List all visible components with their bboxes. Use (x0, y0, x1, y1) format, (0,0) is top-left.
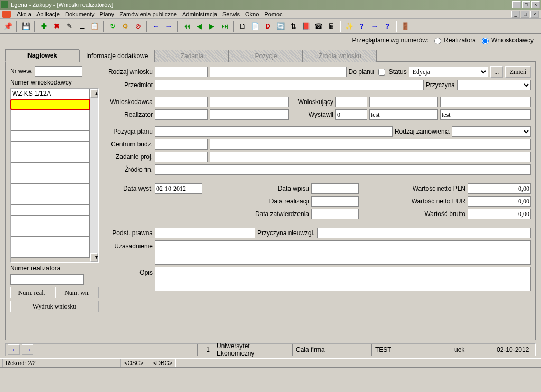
radio-wnioskodawcy[interactable]: Wnioskodawcy (479, 36, 534, 44)
mdi-minimize-button[interactable]: _ (511, 11, 520, 18)
mdi-maximize-button[interactable]: □ (521, 11, 529, 18)
menu-zamowienia[interactable]: Zamówienia publiczne (119, 11, 177, 17)
tab-informacje[interactable]: Informacje dodatkowe (79, 50, 155, 62)
rodzaj-zam-select[interactable] (452, 126, 531, 137)
opis-input[interactable] (155, 267, 531, 291)
add-icon[interactable]: ✚ (38, 21, 50, 32)
data-wyst-input[interactable] (155, 183, 202, 194)
realizator-input2[interactable] (210, 109, 289, 120)
menu-dokumenty[interactable]: Dokumenty (65, 11, 95, 17)
list-scrollbar[interactable]: ▲ ▼ (90, 89, 98, 262)
realizator-input1[interactable] (155, 109, 208, 120)
przyczyna-select[interactable] (457, 80, 531, 90)
podst-prawna-input[interactable] (155, 228, 255, 238)
centrum-input1[interactable] (155, 139, 208, 150)
menu-serwis[interactable]: Serwis (222, 11, 240, 17)
tab-zrodla[interactable]: Źródła wniosku (303, 50, 377, 62)
wydruk-wniosku-button[interactable]: Wydruk wniosku (10, 301, 99, 312)
wart-netto-pln-input[interactable] (468, 183, 531, 194)
tool2-icon[interactable]: 📄 (249, 21, 261, 32)
zmien-button[interactable]: Zmień (505, 66, 531, 78)
sync-icon[interactable]: 🔄 (275, 21, 286, 32)
list-item[interactable] (11, 142, 90, 152)
num-wn-button[interactable]: Num. wn. (55, 287, 99, 298)
list-item[interactable] (11, 173, 90, 184)
data-realiz-input[interactable] (311, 196, 359, 207)
wart-brutto-input[interactable] (468, 209, 531, 219)
list-item[interactable] (11, 152, 90, 163)
help2-icon[interactable]: ? (381, 21, 393, 32)
menu-akcja[interactable]: Akcja (17, 11, 31, 17)
wnioskujacy-input2[interactable] (369, 97, 438, 107)
pozycja-planu-input[interactable] (155, 126, 393, 137)
wystawil-input1[interactable] (335, 109, 367, 120)
save-icon[interactable]: 💾 (20, 21, 32, 32)
sort-icon[interactable]: ⇅ (287, 21, 299, 32)
filter-icon[interactable]: ⚙ (119, 21, 131, 32)
data-zatw-input[interactable] (311, 209, 359, 219)
book-icon[interactable]: 📕 (300, 21, 312, 32)
copy-icon[interactable]: 📋 (89, 21, 100, 32)
tool-d-icon[interactable]: D (262, 21, 274, 32)
uzasadnienie-input[interactable] (155, 240, 531, 265)
list-item[interactable] (11, 184, 90, 194)
cancel-filter-icon[interactable]: ⊘ (132, 21, 144, 32)
scroll-up-icon[interactable]: ▲ (90, 89, 98, 98)
delete-icon[interactable]: ✖ (51, 21, 62, 32)
przedmiot-input[interactable] (155, 80, 424, 90)
rodzaj-wniosku-input2[interactable] (210, 67, 347, 77)
status-dots-button[interactable]: ... (490, 66, 503, 78)
help-icon[interactable]: ? (356, 21, 368, 32)
list-item[interactable] (11, 194, 90, 205)
centrum-input2[interactable] (210, 139, 531, 150)
forward-icon[interactable]: ▶ (206, 21, 218, 32)
list-item[interactable] (11, 120, 90, 131)
first-icon[interactable]: ⏮ (181, 21, 192, 32)
menu-pomoc[interactable]: Pomoc (264, 11, 282, 17)
zadanie-input1[interactable] (155, 152, 208, 162)
zrodlo-input[interactable] (155, 164, 531, 175)
rodzaj-wniosku-input[interactable] (155, 67, 208, 77)
przyczyna-nieuw-input[interactable] (317, 228, 531, 238)
wart-netto-eur-input[interactable] (468, 196, 531, 207)
refresh-icon[interactable]: ↻ (107, 21, 118, 32)
menu-okno[interactable]: Okno (245, 11, 259, 17)
menu-administracja[interactable]: Administracja (182, 11, 217, 17)
status-select[interactable]: Edycja (409, 67, 488, 77)
list-item[interactable] (11, 226, 90, 237)
status-next-button[interactable]: → (22, 344, 33, 355)
wystawil-input2[interactable] (369, 109, 438, 120)
zadanie-input2[interactable] (210, 152, 531, 162)
numer-realizatora-input[interactable] (10, 274, 84, 285)
menu-plany[interactable]: Plany (100, 11, 115, 17)
wnioskodawcy-list[interactable]: WZ-KS 1/12A (10, 88, 99, 263)
list-item[interactable] (11, 205, 90, 216)
wnioskujacy-input3[interactable] (440, 97, 531, 107)
tool1-icon[interactable]: 🗋 (237, 21, 248, 32)
data-wpisu-input[interactable] (311, 183, 359, 194)
status-prev-button[interactable]: ← (8, 344, 20, 355)
last-icon[interactable]: ⏭ (219, 21, 230, 32)
list-item[interactable] (11, 110, 90, 120)
wnioskujacy-input1[interactable] (335, 97, 367, 107)
minimize-button[interactable]: _ (512, 1, 521, 8)
list-item[interactable] (11, 131, 90, 142)
magic-icon[interactable]: ✨ (343, 21, 355, 32)
num-real-button[interactable]: Num. real. (10, 287, 53, 298)
tab-zadania[interactable]: Zadania (155, 50, 229, 62)
list-item[interactable]: WZ-KS 1/12A (11, 89, 90, 99)
prev-icon[interactable]: ← (150, 21, 162, 32)
radio-realizatora[interactable]: Realizatora (432, 36, 476, 44)
exit-icon[interactable]: 🚪 (399, 21, 411, 32)
pin-icon[interactable]: 📌 (2, 21, 14, 32)
menu-aplikacje[interactable]: Aplikacje (36, 11, 60, 17)
close-button[interactable]: × (531, 1, 540, 8)
clear-icon[interactable]: ≣ (76, 21, 88, 32)
edit-icon[interactable]: ✎ (63, 21, 75, 32)
maximize-button[interactable]: □ (522, 1, 530, 8)
list-item-selected[interactable] (11, 99, 90, 110)
do-planu-checkbox[interactable] (378, 69, 385, 76)
nr-wew-input[interactable] (35, 66, 82, 77)
wnioskodawca-input2[interactable] (210, 97, 289, 107)
calc-icon[interactable]: 🖩 (325, 21, 337, 32)
